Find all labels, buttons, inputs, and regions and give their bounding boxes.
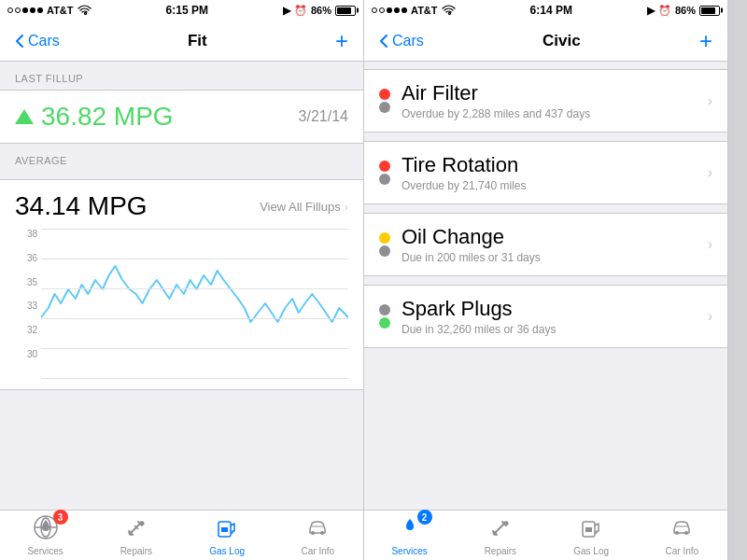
nav-bar-right: Cars Civic + xyxy=(364,21,727,62)
tab-label-repairs-left: Repairs xyxy=(120,546,152,556)
tab-gaslog-right[interactable]: Gas Log xyxy=(546,511,637,560)
right-tab-bar: 2 Services Repairs xyxy=(364,510,727,560)
repairs-icon xyxy=(123,514,149,540)
service-sub-sparkplugs: Due in 32,260 miles or 36 days xyxy=(402,323,700,336)
carrier-label: AT&T xyxy=(47,5,74,16)
chevron-left-icon-right xyxy=(379,34,388,49)
right-phone: AT&T 6:14 PM ▶ ⏰ 86% Cars Civic + xyxy=(364,0,728,560)
svg-point-6 xyxy=(311,531,315,535)
tab-label-carinfo-left: Car Info xyxy=(302,546,335,556)
tab-label-services-left: Services xyxy=(27,546,63,556)
chevron-left-icon xyxy=(15,34,24,49)
svg-rect-5 xyxy=(221,527,228,532)
chevron-right-icon: › xyxy=(345,200,348,214)
tab-label-gaslog-left: Gas Log xyxy=(209,546,245,556)
service-item-tirerotation[interactable]: Tire Rotation Overdue by 21,740 miles › xyxy=(364,141,727,204)
status-bar-right: AT&T 6:14 PM ▶ ⏰ 86% xyxy=(364,0,727,21)
status-left-right: AT&T xyxy=(372,5,456,17)
service-item-airfilter[interactable]: Air Filter Overdue by 2,288 miles and 43… xyxy=(364,69,727,133)
page-title-right: Civic xyxy=(543,32,581,50)
wifi-icon-right xyxy=(442,5,456,17)
tab-label-services-right: Services xyxy=(391,546,427,556)
service-text-oilchange: Oil Change Due in 200 miles or 31 days xyxy=(402,225,700,264)
location-icon-right: ▶ xyxy=(647,5,655,17)
status-dots-tirerotation xyxy=(379,161,390,185)
service-item-oilchange[interactable]: Oil Change Due in 200 miles or 31 days › xyxy=(364,213,727,276)
fillup-date: 3/21/14 xyxy=(299,108,348,125)
status-bar-left: AT&T 6:15 PM ▶ ⏰ 86% xyxy=(0,0,363,21)
service-sub-airfilter: Overdue by 2,288 miles and 437 days xyxy=(402,107,700,120)
chevron-right-airfilter: › xyxy=(708,92,712,109)
service-name-tirerotation: Tire Rotation xyxy=(402,153,700,177)
service-list: Air Filter Overdue by 2,288 miles and 43… xyxy=(364,62,727,510)
dot-green-sparkplugs xyxy=(379,317,390,329)
status-right: ▶ ⏰ 86% xyxy=(283,5,356,17)
status-left: AT&T xyxy=(7,5,92,17)
service-name-oilchange: Oil Change xyxy=(402,225,700,249)
chevron-right-oilchange: › xyxy=(708,236,712,253)
tab-repairs-right[interactable]: Repairs xyxy=(455,511,545,560)
separator-1 xyxy=(364,133,727,141)
tab-label-carinfo-right: Car Info xyxy=(666,546,699,556)
back-button-right[interactable]: Cars xyxy=(379,33,424,49)
status-right-right: ▶ ⏰ 86% xyxy=(647,5,720,17)
view-all-label: View All Fillups xyxy=(260,200,340,214)
services-icon-wrap-right: 2 xyxy=(397,514,423,544)
up-arrow-icon xyxy=(15,109,34,124)
gaslog-icon-wrap xyxy=(214,514,240,544)
svg-point-7 xyxy=(320,531,324,535)
service-name-airfilter: Air Filter xyxy=(402,81,700,105)
tab-gaslog-left[interactable]: Gas Log xyxy=(182,511,273,560)
nav-bar-left: Cars Fit + xyxy=(0,21,363,62)
service-text-sparkplugs: Spark Plugs Due in 32,260 miles or 36 da… xyxy=(402,297,700,336)
chart-area xyxy=(41,229,348,378)
chevron-right-tirerotation: › xyxy=(708,164,712,181)
alarm-icon: ⏰ xyxy=(294,5,307,17)
avg-mpg-value: 34.14 MPG xyxy=(15,191,148,221)
dot-gray-tirerotation xyxy=(379,174,390,185)
back-button-left[interactable]: Cars xyxy=(15,33,60,49)
svg-point-12 xyxy=(684,531,688,535)
tab-carinfo-left[interactable]: Car Info xyxy=(273,511,363,560)
battery-percent: 86% xyxy=(311,5,331,16)
repairs-icon-wrap xyxy=(123,514,149,544)
wifi-icon xyxy=(78,5,92,17)
service-name-sparkplugs: Spark Plugs xyxy=(402,297,700,321)
carrier-label-right: AT&T xyxy=(411,5,438,16)
left-content: LAST FILLUP 36.82 MPG 3/21/14 AVERAGE 34… xyxy=(0,62,363,510)
dot-gray-sparkplugs xyxy=(379,304,390,315)
tab-services-right[interactable]: 2 Services xyxy=(364,511,455,560)
services-badge-right: 2 xyxy=(417,510,432,525)
dot-gray-oilchange xyxy=(379,245,390,257)
back-label-left: Cars xyxy=(28,33,60,49)
battery-icon-right xyxy=(699,6,720,16)
tab-label-repairs-right: Repairs xyxy=(485,546,516,556)
average-card: 34.14 MPG View All Fillups › 38363533323… xyxy=(0,179,363,390)
add-button-right[interactable]: + xyxy=(699,30,712,52)
chevron-right-sparkplugs: › xyxy=(708,308,712,325)
service-item-sparkplugs[interactable]: Spark Plugs Due in 32,260 miles or 36 da… xyxy=(364,285,727,348)
carinfo-icon-wrap-right xyxy=(669,514,695,544)
separator-2 xyxy=(364,205,727,213)
services-icon-wrap: 3 xyxy=(33,514,59,544)
tab-repairs-left[interactable]: Repairs xyxy=(91,511,181,560)
separator-3 xyxy=(364,277,727,285)
dot-yellow-oilchange xyxy=(379,232,390,244)
carinfo-icon xyxy=(304,514,331,540)
dot-red-airfilter xyxy=(379,89,390,100)
view-all-button[interactable]: View All Fillups › xyxy=(260,200,348,214)
add-button-left[interactable]: + xyxy=(335,30,348,52)
battery-percent-right: 86% xyxy=(675,5,696,16)
gaslog-icon-right xyxy=(578,514,604,540)
dot-red-tirerotation xyxy=(379,161,390,172)
tab-services-left[interactable]: 3 Services xyxy=(0,511,91,560)
status-dots-oilchange xyxy=(379,232,390,257)
left-phone: AT&T 6:15 PM ▶ ⏰ 86% Cars Fit + LAST FIL… xyxy=(0,0,364,560)
tab-carinfo-right[interactable]: Car Info xyxy=(637,511,727,560)
carinfo-icon-right xyxy=(669,514,695,540)
location-icon: ▶ xyxy=(283,5,290,17)
status-dots-airfilter xyxy=(379,89,390,113)
mpg-line-chart xyxy=(41,229,348,359)
status-dots-sparkplugs xyxy=(379,304,390,329)
service-text-airfilter: Air Filter Overdue by 2,288 miles and 43… xyxy=(402,81,700,120)
